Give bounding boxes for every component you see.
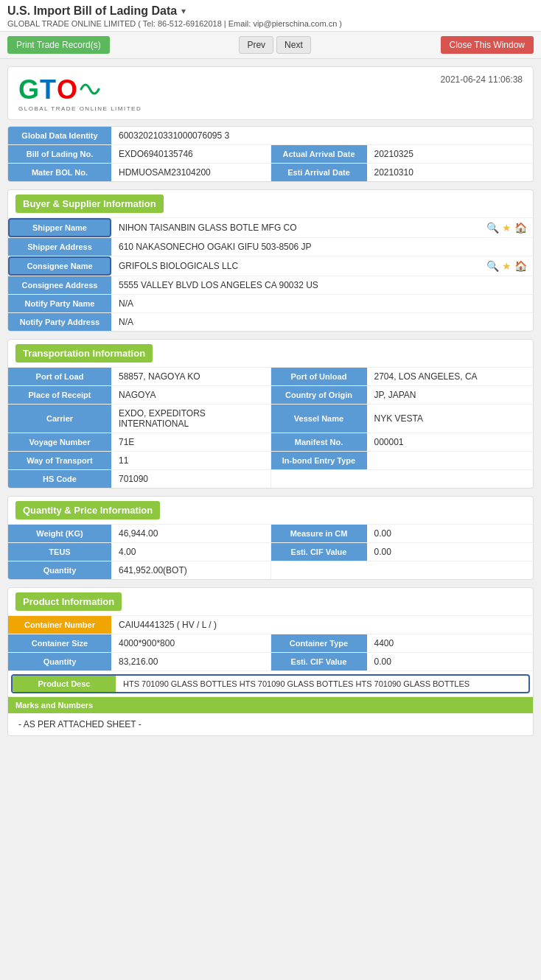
esti-cif-label: Esti. CIF Value (271, 543, 367, 561)
close-button[interactable]: Close This Window (441, 36, 534, 54)
shipper-name-value: NIHON TAISANBIN GLASS BOTLE MFG CO (111, 218, 481, 237)
voyage-number-label: Voyage Number (8, 433, 111, 451)
consignee-icons: 🔍 ★ 🏠 (481, 256, 533, 276)
marks-value: - AS PER ATTACHED SHEET - (8, 713, 533, 735)
voyage-number-value: 71E (111, 433, 270, 451)
search-icon-2[interactable]: 🔍 (486, 260, 499, 272)
quantity-price-title: Quantity & Price Information (15, 501, 160, 519)
container-size-label: Container Size (8, 634, 111, 652)
carrier-label: Carrier (8, 405, 111, 433)
country-of-origin-value: JP, JAPAN (367, 386, 534, 404)
next-button[interactable]: Next (276, 36, 311, 54)
logo-t: T (40, 74, 56, 105)
quantity-value: 641,952.00(BOT) (111, 561, 270, 579)
consignee-name-label: Consignee Name (8, 256, 111, 276)
global-data-identity-label: Global Data Identity (8, 127, 111, 144)
shipper-name-label: Shipper Name (8, 218, 111, 237)
logo-wave-icon (78, 76, 100, 102)
buyer-supplier-title: Buyer & Supplier Information (15, 195, 164, 213)
star-icon-2[interactable]: ★ (502, 260, 512, 272)
print-button[interactable]: Print Trade Record(s) (7, 36, 110, 54)
vessel-name-value: NYK VESTA (367, 405, 534, 433)
dropdown-arrow[interactable]: ▾ (181, 6, 186, 16)
place-of-receipt-label: Place of Receipt (8, 386, 111, 404)
transportation-card: Transportation Information Port of Load … (7, 339, 534, 489)
port-of-load-value: 58857, NAGOYA KO (111, 368, 270, 385)
way-of-transport-label: Way of Transport (8, 452, 111, 469)
notify-party-address-value: N/A (111, 313, 533, 331)
subtitle: GLOBAL TRADE ONLINE LIMITED ( Tel: 86-51… (7, 19, 534, 28)
global-data-identity-value: 600320210331000076095 3 (111, 127, 533, 144)
container-size-value: 4000*900*800 (111, 634, 270, 652)
esti-arrival-label: Esti Arrival Date (271, 164, 367, 181)
shipper-icons: 🔍 ★ 🏠 (481, 218, 533, 237)
page-title: U.S. Import Bill of Lading Data (7, 4, 177, 18)
mater-bol-value: HDMUOSAM23104200 (111, 164, 270, 181)
marks-label: Marks and Numbers (8, 697, 533, 713)
weight-label: Weight (KG) (8, 525, 111, 542)
consignee-name-value: GRIFOLS BIOLOGICALS LLC (111, 256, 481, 276)
in-bond-entry-label: In-bond Entry Type (271, 452, 367, 469)
notify-party-name-value: N/A (111, 295, 533, 312)
identity-card: Global Data Identity 6003202103310000760… (7, 126, 534, 182)
notify-party-address-label: Notify Party Address (8, 313, 111, 331)
product-card: Product Information Container Number CAI… (7, 587, 534, 736)
logo-header: G T O GLOBAL TRADE ONLINE LIMITED 2021-0… (7, 66, 534, 120)
teus-label: TEUS (8, 543, 111, 561)
weight-value: 46,944.00 (111, 525, 270, 542)
container-type-label: Container Type (271, 634, 367, 652)
port-of-unload-label: Port of Unload (271, 368, 367, 385)
measure-value: 0.00 (367, 525, 534, 542)
product-desc-value: HTS 701090 GLASS BOTTLES HTS 701090 GLAS… (116, 676, 528, 692)
manifest-no-label: Manifest No. (271, 433, 367, 451)
actual-arrival-value: 20210325 (367, 145, 534, 163)
esti-cif-value: 0.00 (367, 543, 534, 561)
hs-code-label: HS Code (8, 470, 111, 488)
place-of-receipt-value: NAGOYA (111, 386, 270, 404)
way-of-transport-value: 11 (111, 452, 270, 469)
port-of-load-label: Port of Load (8, 368, 111, 385)
home-icon-2[interactable]: 🏠 (514, 260, 527, 272)
quantity-label: Quantity (8, 561, 111, 579)
bill-of-lading-value: EXDO6940135746 (111, 145, 270, 163)
in-bond-entry-value (367, 452, 534, 469)
product-esti-cif-value: 0.00 (367, 653, 534, 671)
carrier-value: EXDO, EXPEDITORS INTERNATIONAL (111, 405, 270, 433)
quantity-price-card: Quantity & Price Information Weight (KG)… (7, 496, 534, 580)
hs-code-value: 701090 (111, 470, 270, 488)
teus-value: 4.00 (111, 543, 270, 561)
manifest-no-value: 000001 (367, 433, 534, 451)
port-of-unload-value: 2704, LOS ANGELES, CA (367, 368, 534, 385)
container-number-label: Container Number (8, 616, 111, 634)
container-number-value: CAIU4441325 ( HV / L / ) (111, 616, 533, 634)
star-icon[interactable]: ★ (502, 222, 512, 234)
country-of-origin-label: Country of Origin (271, 386, 367, 404)
esti-arrival-value: 20210310 (367, 164, 534, 181)
product-quantity-label: Quantity (8, 653, 111, 671)
transportation-title: Transportation Information (15, 344, 153, 363)
toolbar: Print Trade Record(s) Prev Next Close Th… (0, 32, 541, 59)
container-type-value: 4400 (367, 634, 534, 652)
home-icon[interactable]: 🏠 (514, 222, 527, 234)
actual-arrival-label: Actual Arrival Date (271, 145, 367, 163)
product-esti-cif-label: Esti. CIF Value (271, 653, 367, 671)
mater-bol-label: Mater BOL No. (8, 164, 111, 181)
product-quantity-value: 83,216.00 (111, 653, 270, 671)
consignee-address-value: 5555 VALLEY BLVD LOS ANGELES CA 90032 US (111, 276, 533, 294)
bill-of-lading-label: Bill of Lading No. (8, 145, 111, 163)
search-icon[interactable]: 🔍 (486, 222, 499, 234)
consignee-address-label: Consignee Address (8, 276, 111, 294)
marks-section: Marks and Numbers - AS PER ATTACHED SHEE… (8, 696, 533, 735)
logo-g: G (18, 74, 39, 105)
shipper-address-label: Shipper Address (8, 238, 111, 256)
product-title: Product Information (15, 592, 122, 611)
prev-button[interactable]: Prev (239, 36, 273, 54)
vessel-name-label: Vessel Name (271, 405, 367, 433)
shipper-address-value: 610 NAKASONECHO OGAKI GIFU 503-8506 JP (111, 238, 533, 256)
timestamp: 2021-06-24 11:06:38 (441, 74, 523, 85)
top-bar: U.S. Import Bill of Lading Data ▾ GLOBAL… (0, 0, 541, 32)
notify-party-name-label: Notify Party Name (8, 295, 111, 312)
measure-label: Measure in CM (271, 525, 367, 542)
logo-o: O (57, 74, 77, 105)
logo-subtitle: GLOBAL TRADE ONLINE LIMITED (18, 105, 142, 112)
